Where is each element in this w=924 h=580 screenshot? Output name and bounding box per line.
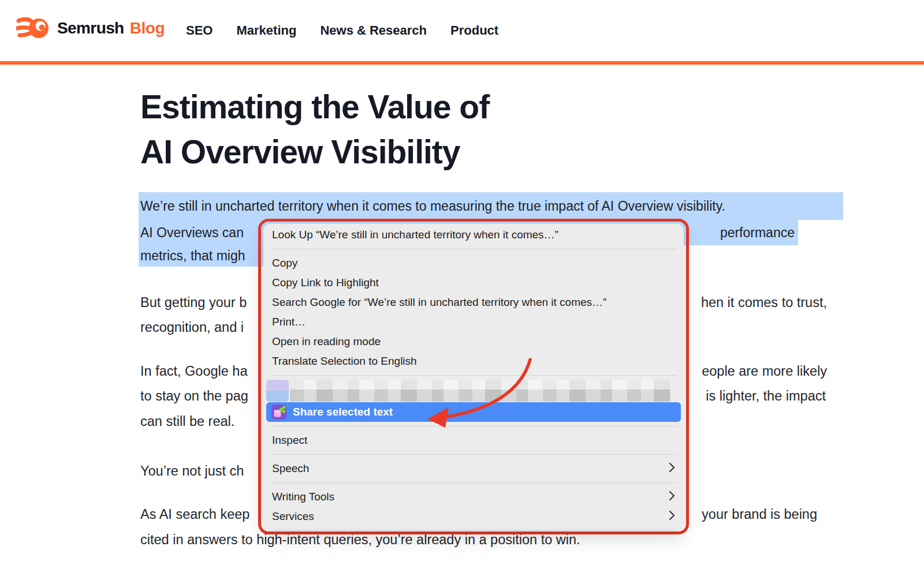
page-title: Estimating the Value of AI Overview Visi… <box>140 84 489 174</box>
menu-item-label: Speech <box>272 462 309 475</box>
menu-item-inspect[interactable]: Inspect <box>263 431 684 450</box>
nav-item-seo[interactable]: SEO <box>186 23 213 38</box>
paragraph-fragment: hen it comes to trust, <box>701 295 827 310</box>
menu-item-label: Copy <box>272 257 297 270</box>
menu-item-look-up[interactable]: Look Up “We’re still in uncharted territ… <box>263 225 684 245</box>
brand-name: Semrush <box>57 19 124 38</box>
nav-item-news-research[interactable]: News & Research <box>320 23 427 38</box>
chevron-right-icon <box>669 510 675 523</box>
paragraph-fragment: your brand is being <box>702 507 817 522</box>
menu-item-label: Translate Selection to English <box>272 355 417 368</box>
menu-divider <box>270 375 677 376</box>
selected-text-line-1: We’re still in uncharted territory when … <box>139 192 843 220</box>
menu-item-label: Inspect <box>272 434 307 447</box>
paragraph-fragment: In fact, Google ha <box>140 364 248 379</box>
menu-item-open-reading-mode[interactable]: Open in reading mode <box>263 332 684 351</box>
chevron-right-icon <box>669 491 675 504</box>
paragraph-fragment: cited in answers to high-intent queries,… <box>140 532 580 548</box>
paragraph-fragment: can still be real. <box>140 414 234 429</box>
page: Semrush Blog SEO Marketing News & Resear… <box>0 0 924 580</box>
selected-text: metrics, that migh <box>140 248 245 264</box>
menu-item-label: Writing Tools <box>272 491 334 503</box>
menu-item-print[interactable]: Print… <box>263 312 684 332</box>
menu-divider <box>270 249 677 249</box>
selected-text: AI Overviews can <box>140 225 244 241</box>
paragraph-fragment: eople are more likely <box>702 364 827 379</box>
brand-suffix: Blog <box>130 19 165 38</box>
selected-text: performance <box>720 225 795 241</box>
nav-item-product[interactable]: Product <box>450 23 498 38</box>
menu-item-speech[interactable]: Speech <box>263 459 684 478</box>
menu-item-translate-selection[interactable]: Translate Selection to English <box>263 351 684 371</box>
menu-item-writing-tools[interactable]: Writing Tools <box>263 487 684 507</box>
menu-divider <box>270 482 677 483</box>
menu-divider <box>270 454 677 455</box>
paragraph-fragment: But getting your b <box>140 295 247 310</box>
menu-item-label: Search Google for “We’re still in unchar… <box>272 296 606 309</box>
menu-item-label: Services <box>272 510 314 523</box>
paragraph-fragment: You’re not just ch <box>140 463 244 479</box>
brand[interactable]: Semrush Blog <box>16 15 165 42</box>
context-menu: Look Up “We’re still in uncharted territ… <box>263 224 684 529</box>
paragraph-fragment: As AI search keep <box>140 507 249 522</box>
semrush-logo-icon <box>16 15 50 42</box>
redacted-label-blur <box>290 380 670 402</box>
menu-item-redacted[interactable] <box>266 380 681 402</box>
nav-item-marketing[interactable]: Marketing <box>236 23 296 38</box>
menu-item-label: Copy Link to Highlight <box>272 276 379 289</box>
menu-divider <box>270 426 677 426</box>
site-header: Semrush Blog SEO Marketing News & Resear… <box>0 0 924 65</box>
paragraph-fragment: recognition, and i <box>140 320 244 335</box>
redacted-app-icon <box>266 380 289 402</box>
selected-text-line-3: metrics, that migh <box>139 245 273 267</box>
menu-item-share-selected-text[interactable]: Share selected text <box>266 402 681 422</box>
page-title-line-2: AI Overview Visibility <box>140 133 460 170</box>
paragraph-fragment: is lighter, the impact <box>706 388 826 404</box>
menu-item-copy[interactable]: Copy <box>263 253 684 273</box>
chevron-right-icon <box>669 462 675 476</box>
menu-item-services[interactable]: Services <box>263 507 684 526</box>
annotation-highlight-box: Look Up “We’re still in uncharted territ… <box>258 219 689 534</box>
selected-text: We’re still in uncharted territory when … <box>140 199 725 214</box>
menu-item-search-google[interactable]: Search Google for “We’re still in unchar… <box>263 293 684 312</box>
menu-item-label: Look Up “We’re still in uncharted territ… <box>272 229 558 241</box>
share-app-icon <box>271 405 286 420</box>
menu-item-label: Print… <box>272 316 305 328</box>
paragraph-fragment: to stay on the pag <box>140 388 248 404</box>
menu-item-label: Share selected text <box>293 406 393 418</box>
page-title-line-1: Estimating the Value of <box>140 88 489 125</box>
menu-item-label: Open in reading mode <box>272 335 381 348</box>
main-nav: SEO Marketing News & Research Product <box>186 23 498 38</box>
menu-item-copy-link-to-highlight[interactable]: Copy Link to Highlight <box>263 273 684 293</box>
